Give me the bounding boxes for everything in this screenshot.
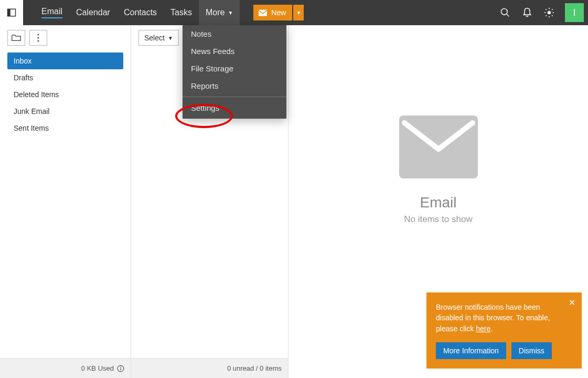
- empty-state: Email No items to show: [399, 116, 478, 225]
- folder-junk[interactable]: Junk Email: [7, 103, 123, 120]
- chevron-down-icon: ▼: [296, 10, 301, 16]
- svg-line-12: [546, 15, 547, 16]
- folder-menu-button[interactable]: [29, 30, 47, 46]
- svg-line-10: [546, 9, 547, 10]
- empty-title: Email: [399, 194, 478, 211]
- more-information-button[interactable]: More Information: [436, 342, 506, 359]
- list-status: 0 unread / 0 items: [227, 364, 282, 372]
- more-dropdown: Notes News Feeds File Storage Reports Se…: [183, 25, 286, 119]
- nav-tasks[interactable]: Tasks: [164, 0, 199, 25]
- dropdown-item-filestorage[interactable]: File Storage: [183, 60, 286, 77]
- dropdown-divider: [183, 97, 286, 97]
- main-nav: Email Calendar Contacts Tasks More ▼: [35, 0, 240, 25]
- dropdown-item-settings[interactable]: Settings: [183, 99, 286, 117]
- folder-label: Deleted Items: [14, 90, 59, 99]
- toast-text-before: Browser notifications have been disabled…: [436, 303, 550, 333]
- nav-contacts[interactable]: Contacts: [117, 0, 164, 25]
- new-folder-button[interactable]: [7, 30, 25, 46]
- svg-point-5: [548, 11, 551, 15]
- folder-sent[interactable]: Sent Items: [7, 120, 123, 136]
- chevron-down-icon: ▼: [228, 10, 233, 16]
- svg-point-18: [120, 366, 121, 368]
- nav-calendar[interactable]: Calendar: [69, 0, 117, 25]
- folder-inbox[interactable]: Inbox: [7, 52, 123, 69]
- svg-line-11: [552, 15, 553, 16]
- kebab-icon: [37, 34, 39, 42]
- nav-email-label: Email: [41, 7, 62, 18]
- notification-toast: ✕ Browser notifications have been disabl…: [426, 292, 582, 369]
- dropdown-label: Settings: [191, 103, 219, 112]
- bell-icon: [522, 7, 532, 18]
- svg-line-4: [507, 14, 509, 17]
- avatar-initial: I: [573, 7, 575, 18]
- notifications-button[interactable]: [521, 6, 533, 19]
- svg-point-15: [37, 37, 39, 38]
- folder-label: Junk Email: [14, 107, 49, 116]
- toast-here-link[interactable]: here: [476, 324, 490, 333]
- nav-more[interactable]: More ▼: [199, 0, 240, 25]
- sidebar-toolbar: [0, 25, 131, 50]
- dropdown-item-newsfeeds[interactable]: News Feeds: [183, 43, 286, 60]
- new-button[interactable]: New: [253, 5, 292, 20]
- storage-used-label: 0 KB Used: [81, 364, 114, 372]
- empty-subtitle: No items to show: [399, 214, 478, 225]
- button-label: More Information: [443, 346, 499, 355]
- select-label: Select: [144, 34, 165, 42]
- nav-tasks-label: Tasks: [170, 8, 192, 17]
- folder-label: Inbox: [14, 57, 31, 65]
- top-bar: Email Calendar Contacts Tasks More ▼ New…: [0, 0, 588, 25]
- nav-more-label: More: [206, 8, 224, 17]
- mail-large-icon: [399, 116, 478, 178]
- close-icon: ✕: [569, 298, 575, 307]
- folder-icon: [12, 34, 21, 41]
- toast-text-after: .: [490, 324, 493, 333]
- mail-icon: [259, 9, 267, 16]
- svg-rect-19: [120, 368, 121, 370]
- toast-text: Browser notifications have been disabled…: [436, 302, 572, 334]
- dropdown-item-reports[interactable]: Reports: [183, 77, 286, 94]
- chevron-down-icon: ▼: [168, 35, 173, 41]
- folder-list: Inbox Drafts Deleted Items Junk Email Se…: [0, 50, 131, 358]
- svg-point-14: [37, 34, 39, 35]
- select-button[interactable]: Select ▼: [138, 30, 179, 46]
- toast-buttons: More Information Dismiss: [436, 342, 572, 359]
- button-label: Dismiss: [519, 346, 544, 355]
- folder-deleted[interactable]: Deleted Items: [7, 86, 123, 103]
- top-right-controls: I: [499, 3, 588, 22]
- dropdown-label: News Feeds: [191, 47, 234, 56]
- svg-rect-2: [259, 9, 267, 16]
- folder-label: Drafts: [14, 74, 33, 82]
- sidebar-toggle[interactable]: [0, 0, 23, 25]
- nav-calendar-label: Calendar: [76, 8, 110, 17]
- sun-icon: [544, 7, 554, 18]
- search-button[interactable]: [499, 6, 511, 19]
- dropdown-label: Notes: [191, 29, 211, 38]
- svg-point-3: [501, 9, 508, 15]
- new-button-label: New: [271, 8, 286, 17]
- dismiss-button[interactable]: Dismiss: [511, 342, 552, 359]
- nav-contacts-label: Contacts: [124, 8, 157, 17]
- search-icon: [500, 7, 510, 18]
- svg-line-13: [552, 9, 553, 10]
- sidebar: Inbox Drafts Deleted Items Junk Email Se…: [0, 25, 131, 378]
- sidebar-footer: 0 KB Used: [0, 358, 131, 378]
- nav-email[interactable]: Email: [35, 0, 69, 25]
- dropdown-item-notes[interactable]: Notes: [183, 25, 286, 43]
- avatar[interactable]: I: [565, 3, 584, 22]
- new-button-split[interactable]: ▼: [293, 5, 304, 20]
- svg-point-16: [37, 40, 39, 41]
- folder-label: Sent Items: [14, 124, 49, 132]
- folder-drafts[interactable]: Drafts: [7, 69, 123, 86]
- dropdown-label: Reports: [191, 81, 219, 90]
- info-icon[interactable]: [117, 365, 124, 372]
- svg-rect-1: [8, 9, 10, 16]
- theme-button[interactable]: [543, 6, 555, 19]
- panel-icon: [7, 8, 16, 17]
- toast-close-button[interactable]: ✕: [569, 298, 575, 308]
- list-footer: 0 unread / 0 items: [131, 358, 288, 378]
- dropdown-label: File Storage: [191, 64, 233, 73]
